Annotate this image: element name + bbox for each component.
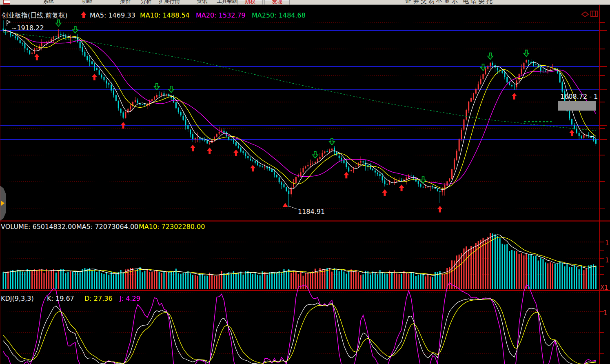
kdj-axis-label-1: 1 xyxy=(603,309,608,317)
vol-axis-label-1: 1 xyxy=(605,240,609,247)
sell-signal-arrow xyxy=(313,151,318,158)
app-logo-icon[interactable] xyxy=(3,0,10,5)
tile-window-icon[interactable] xyxy=(591,11,598,16)
menu-item-system[interactable]: 系统 xyxy=(43,0,54,5)
expand-right-icon xyxy=(1,201,4,206)
diamond-icon[interactable] xyxy=(582,12,588,17)
kdj-name-label: KDJ(9,3,3) xyxy=(1,295,34,302)
broker-status-text: 证券交易不显示 电话委托 xyxy=(405,0,494,5)
buy-signal-arrow xyxy=(121,122,126,129)
volume-value-label: VOLUME: 65014832.00 xyxy=(1,223,76,231)
ma5-label: MA5: 1469.33 xyxy=(90,11,135,19)
kdj-d-label: D: 27.36 xyxy=(84,295,113,302)
sell-signal-arrow xyxy=(169,86,174,93)
menu-bar: 系统 功能 报价 分析 扩展行情 资讯 工具 帮助 期权 发现 证券交易不显示 … xyxy=(0,0,610,5)
app-window: 系统 功能 报价 分析 扩展行情 资讯 工具 帮助 期权 发现 证券交易不显示 … xyxy=(0,0,610,364)
menu-item-discover-hot[interactable]: 发现 xyxy=(264,0,290,5)
menu-item-options-hot[interactable]: 期权 xyxy=(237,0,263,5)
high-price-label: ~1918.22 xyxy=(11,24,44,32)
chart-area: 创业板指(日线.前复权) MA5: 1469.33 MA10: 1488.54 … xyxy=(0,5,610,364)
menu-item-analysis[interactable]: 分析 xyxy=(141,0,151,5)
buy-signal-arrow xyxy=(569,130,575,136)
low-price-label: 1184.91 xyxy=(298,208,325,215)
ma250-label: MA250: 1484.68 xyxy=(252,11,306,19)
buy-signal-arrow xyxy=(344,172,349,178)
buy-signal-arrow xyxy=(250,165,255,171)
buy-signal-arrow xyxy=(207,147,212,154)
ma10-label: MA10: 1488.54 xyxy=(140,11,190,19)
buy-signal-arrow xyxy=(437,206,443,213)
chart-title: 创业板指(日线.前复权) xyxy=(2,11,68,19)
volume-ma10-label: MA10: 72302280.00 xyxy=(139,223,205,231)
menu-item-extended[interactable]: 扩展行情 xyxy=(159,0,180,5)
buy-signal-arrow xyxy=(512,93,517,100)
up-arrow-icon xyxy=(81,11,87,18)
buy-signal-arrow xyxy=(92,74,97,80)
sell-signal-arrow xyxy=(421,177,426,183)
ma20-label: MA20: 1532.79 xyxy=(196,11,246,19)
menu-item-quotes[interactable]: 报价 xyxy=(120,0,131,5)
buy-signal-arrow xyxy=(190,145,195,151)
buy-signal-arrow xyxy=(34,54,40,60)
vol-unit-label: X1 xyxy=(600,284,608,291)
sell-signal-arrow xyxy=(73,27,78,33)
buy-signal-arrow xyxy=(382,189,387,196)
menu-item-help[interactable]: 帮助 xyxy=(227,0,237,5)
vol-axis-label-2: 1 xyxy=(605,257,609,264)
menu-item-tools[interactable]: 工具 xyxy=(217,0,227,5)
chart-canvas[interactable]: 创业板指(日线.前复权) MA5: 1469.33 MA10: 1488.54 … xyxy=(0,5,610,364)
volume-ma5-label: MA5: 72073064.00 xyxy=(76,223,138,231)
sell-signal-arrow xyxy=(56,20,61,26)
price-tooltip: 1608.72 - 1 xyxy=(560,93,598,100)
sell-signal-arrow xyxy=(154,83,160,90)
sell-signal-arrow xyxy=(488,53,493,59)
kdj-k-label: K: 19.67 xyxy=(47,295,74,302)
menu-item-news[interactable]: 资讯 xyxy=(197,0,207,5)
sell-signal-arrow xyxy=(523,50,529,57)
kdj-j-label: J: 4.29 xyxy=(119,295,140,302)
menu-item-function[interactable]: 功能 xyxy=(82,0,92,5)
buy-signal-arrow xyxy=(399,184,404,191)
